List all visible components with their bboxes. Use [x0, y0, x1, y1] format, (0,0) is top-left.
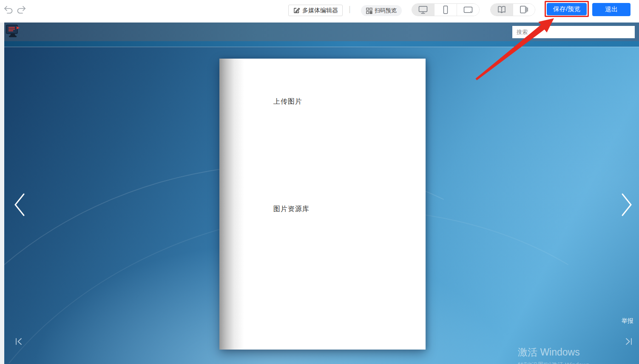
toolbar-separator: | [349, 5, 351, 14]
chevron-right-icon [620, 193, 633, 217]
header-accent-band [4, 41, 639, 47]
first-page-button[interactable] [14, 337, 23, 346]
undo-icon [3, 4, 14, 16]
undo-button[interactable] [3, 4, 14, 16]
page-mode-toggle [490, 3, 535, 16]
exit-button[interactable]: 退出 [592, 3, 630, 16]
media-editor-button[interactable]: 多媒体编辑器 [288, 5, 343, 16]
scan-preview-label: 扫码预览 [375, 7, 397, 14]
chevron-left-icon [13, 193, 26, 217]
first-page-icon [14, 337, 23, 346]
phone-icon [440, 5, 451, 14]
tablet-icon [463, 5, 473, 14]
save-preview-button[interactable]: 保存/预览 [547, 3, 587, 15]
qr-code-icon [366, 8, 372, 14]
flipbook-header-bar [4, 23, 639, 41]
flipbook-editor-app: 多媒体编辑器 | 扫码预览 [0, 0, 639, 364]
save-button-highlight: 保存/预览 [545, 1, 589, 17]
single-page-icon [519, 5, 529, 14]
last-page-icon [625, 337, 633, 346]
page-mode-spread-toggle[interactable] [491, 4, 513, 16]
watermark-title: 激活 Windows [518, 346, 595, 359]
media-editor-label: 多媒体编辑器 [302, 7, 338, 14]
prev-page-button[interactable] [13, 193, 26, 217]
monitor-logo-icon [5, 24, 20, 39]
report-link[interactable]: 举报 [622, 317, 633, 325]
book-spread-icon [497, 5, 507, 14]
page-mode-single-toggle[interactable] [513, 4, 535, 16]
redo-icon [15, 4, 27, 16]
edit-pencil-icon [293, 7, 300, 14]
device-phone-toggle[interactable] [435, 4, 457, 16]
book-text-library: 图片资源库 [273, 205, 310, 214]
book-text-upload: 上传图片 [273, 97, 302, 106]
book-page[interactable]: 上传图片 图片资源库 [219, 59, 426, 350]
desktop-icon [418, 5, 428, 14]
last-page-button[interactable] [625, 337, 633, 346]
redo-button[interactable] [15, 4, 27, 16]
device-desktop-toggle[interactable] [412, 4, 435, 16]
book-spine-gradient [219, 59, 244, 350]
top-toolbar: 多媒体编辑器 | 扫码预览 [0, 0, 639, 23]
next-page-button[interactable] [620, 193, 633, 217]
flipbook-stage: 上传图片 图片资源库 举报 激活 Windows 转到“设置”以 [4, 47, 639, 364]
device-view-toggle [412, 3, 480, 16]
device-tablet-toggle[interactable] [457, 4, 479, 16]
watermark-subtitle: 转到“设置”以激活 Windows。 [518, 361, 595, 364]
search-input[interactable] [512, 26, 635, 38]
scan-preview-button[interactable]: 扫码预览 [361, 5, 402, 16]
windows-activation-watermark: 激活 Windows 转到“设置”以激活 Windows。 [518, 346, 595, 364]
